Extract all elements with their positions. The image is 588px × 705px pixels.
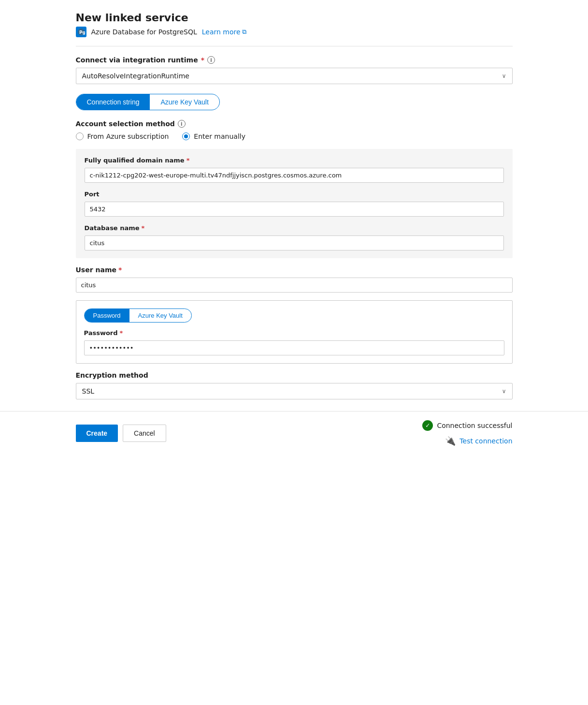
create-button[interactable]: Create bbox=[76, 425, 118, 442]
cancel-button[interactable]: Cancel bbox=[123, 425, 166, 442]
encryption-field: Encryption method SSL ∨ bbox=[76, 371, 513, 399]
test-connection-button[interactable]: 🔌 Test connection bbox=[445, 436, 512, 446]
footer-actions: Create Cancel bbox=[76, 425, 166, 442]
svg-text:Pg: Pg bbox=[79, 30, 85, 35]
database-name-label: Database name * bbox=[85, 224, 504, 232]
password-azure-key-vault-tab[interactable]: Azure Key Vault bbox=[129, 309, 191, 322]
radio-from-azure[interactable]: From Azure subscription bbox=[76, 132, 169, 140]
database-name-input[interactable] bbox=[85, 235, 504, 250]
external-link-icon: ⧉ bbox=[242, 28, 246, 36]
learn-more-link[interactable]: Learn more ⧉ bbox=[202, 28, 246, 36]
radio-circle-azure bbox=[76, 132, 84, 140]
success-check-icon: ✓ bbox=[422, 420, 433, 431]
username-label: User name * bbox=[76, 266, 513, 274]
connection-tab-group: Connection string Azure Key Vault bbox=[76, 94, 220, 110]
footer-status: ✓ Connection successful 🔌 Test connectio… bbox=[422, 420, 512, 446]
service-subtitle: Azure Database for PostgreSQL bbox=[91, 28, 197, 36]
port-label: Port bbox=[85, 191, 504, 198]
page-title: New linked service bbox=[76, 12, 513, 24]
dropdown-arrow-icon: ∨ bbox=[502, 73, 506, 79]
info-icon-runtime: i bbox=[207, 56, 215, 64]
connection-string-tab[interactable]: Connection string bbox=[76, 94, 150, 110]
account-selection-label: Account selection method i bbox=[76, 120, 513, 128]
password-tab-group: Password Azure Key Vault bbox=[84, 308, 192, 323]
integration-runtime-dropdown[interactable]: AutoResolveIntegrationRuntime ∨ bbox=[76, 68, 513, 84]
password-tab[interactable]: Password bbox=[85, 309, 129, 322]
fqdn-label: Fully qualified domain name * bbox=[85, 157, 504, 164]
required-star: * bbox=[201, 56, 204, 64]
inner-fields-section: Fully qualified domain name * Port Datab… bbox=[76, 149, 513, 258]
test-connection-icon: 🔌 bbox=[445, 436, 456, 446]
password-label: Password * bbox=[84, 329, 504, 337]
postgres-icon: Pg bbox=[76, 27, 86, 37]
account-selection-group: From Azure subscription Enter manually bbox=[76, 132, 513, 140]
port-input[interactable] bbox=[85, 202, 504, 217]
username-input[interactable] bbox=[76, 278, 513, 293]
fqdn-input[interactable] bbox=[85, 168, 504, 183]
password-input[interactable] bbox=[84, 340, 504, 355]
encryption-dropdown-arrow-icon: ∨ bbox=[502, 388, 506, 395]
encryption-dropdown[interactable]: SSL ∨ bbox=[76, 383, 513, 399]
username-field: User name * bbox=[76, 266, 513, 293]
footer: Create Cancel ✓ Connection successful 🔌 … bbox=[62, 411, 526, 455]
radio-enter-manually[interactable]: Enter manually bbox=[182, 132, 245, 140]
azure-key-vault-tab[interactable]: Azure Key Vault bbox=[150, 94, 219, 110]
radio-circle-manual bbox=[182, 132, 190, 140]
connection-success-status: ✓ Connection successful bbox=[422, 420, 512, 431]
info-icon-account: i bbox=[178, 120, 186, 128]
top-divider bbox=[76, 46, 513, 46]
encryption-label: Encryption method bbox=[76, 371, 513, 379]
integration-runtime-label: Connect via integration runtime * i bbox=[76, 56, 513, 64]
password-section: Password Azure Key Vault Password * bbox=[76, 300, 513, 364]
